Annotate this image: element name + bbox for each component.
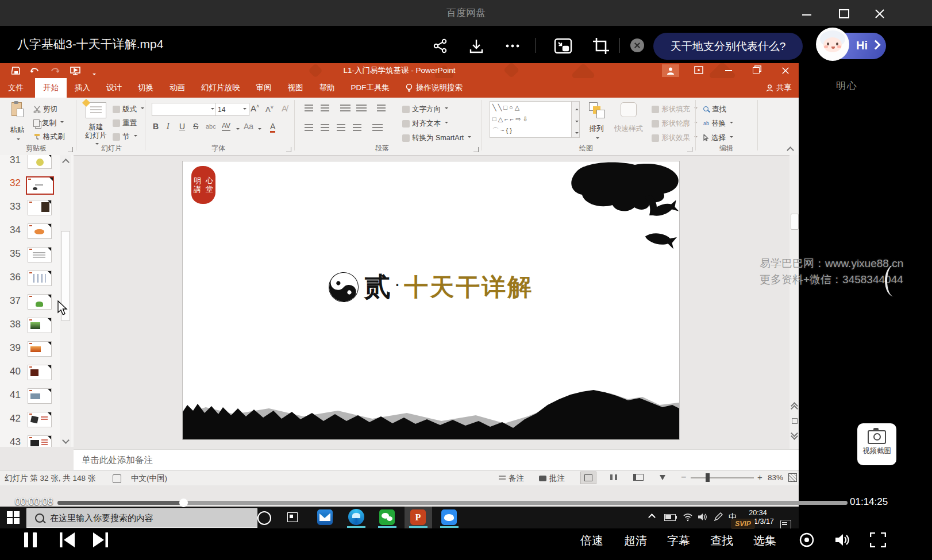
tab-view[interactable]: 视图 [280,78,311,98]
decrease-indent-icon[interactable] [340,105,351,111]
shape-effects-button[interactable]: 形状效果 [652,132,698,144]
paste-button[interactable] [8,102,25,125]
language-status[interactable]: 中文(中国) [131,473,167,484]
undo-icon[interactable] [30,66,40,75]
tab-help[interactable]: 帮助 [311,78,343,98]
tab-pdf-tools[interactable]: PDF工具集 [343,78,398,98]
tab-transitions[interactable]: 切换 [130,78,161,98]
close-button[interactable] [875,7,892,21]
quick-styles-button[interactable] [616,102,641,122]
grow-font-button[interactable]: A˄ [251,103,259,113]
smartart-button[interactable]: 转换为 SmartArt [402,132,471,144]
tab-file[interactable]: 文件 [0,78,32,98]
save-icon[interactable] [11,66,21,75]
subtitle-button[interactable]: 字幕 [667,533,690,549]
comments-toggle-button[interactable]: 批注 [539,473,565,484]
slide-canvas[interactable]: 明心 講堂 贰 · 十天干详解 [183,161,679,439]
arrange-button[interactable] [585,102,608,122]
battery-icon[interactable] [664,514,676,521]
tab-review[interactable]: 审阅 [248,78,280,98]
episode-list-button[interactable]: 选集 [753,533,776,549]
change-case-button[interactable]: Aa [244,122,253,131]
shape-gallery-scrollbar[interactable] [571,101,580,138]
slide-sorter-view-button[interactable] [606,472,621,483]
share-button[interactable]: 共享 [766,78,792,98]
char-spacing-button[interactable]: AV [222,122,230,131]
italic-button[interactable]: I [167,122,170,131]
ppt-restore-icon[interactable] [753,67,760,74]
slide-area-scrollbar[interactable] [789,155,799,449]
ppt-close-icon[interactable] [781,67,789,75]
pause-button[interactable] [24,532,37,547]
text-direction-button[interactable]: 文字方向 [402,103,448,115]
font-color-button[interactable]: A [270,122,275,133]
slide-nav-box-icon[interactable] [792,418,798,424]
justify-icon[interactable] [353,124,361,131]
task-view-icon[interactable] [287,512,298,522]
share-icon[interactable] [432,38,448,54]
align-left-icon[interactable] [305,124,313,131]
cut-button[interactable]: 剪切 [33,103,57,115]
wifi-icon[interactable] [683,512,693,522]
font-dialog-launcher[interactable] [286,147,291,152]
volume-tray-icon[interactable] [698,512,708,522]
shape-gallery[interactable]: ╲ ╲ □ ○ △□ △ ⌐ ⌐ ⇨ ⇩⌒ ~ { } [490,101,576,138]
tell-me-search[interactable]: 操作说明搜索 [398,78,471,98]
select-button[interactable]: 选择 [703,132,733,144]
reading-view-button[interactable] [631,472,646,483]
pen-tray-icon[interactable] [714,512,723,522]
related-search-pill[interactable]: 天干地支分别代表什么? [653,33,803,60]
dismiss-icon[interactable] [630,38,644,52]
notes-pane[interactable]: 单击此处添加备注 [74,449,799,470]
ribbon-options-icon[interactable] [694,66,703,74]
previous-episode-button[interactable] [59,532,76,547]
font-size-combo[interactable]: 14 [215,103,249,116]
cortana-icon[interactable] [257,511,271,525]
drawing-dialog-launcher[interactable] [687,147,692,152]
next-slide-icon[interactable] [792,431,797,439]
arrange-dropdown[interactable] [594,134,599,142]
accessibility-icon[interactable] [113,474,121,483]
edge-browser-icon[interactable] [348,509,364,525]
ppt-minimize-icon[interactable] [725,70,732,71]
notes-toggle-button[interactable]: 备注 [499,473,524,484]
tab-design[interactable]: 设计 [98,78,130,98]
bullets-icon[interactable] [305,105,313,111]
paste-dropdown-icon[interactable] [15,136,20,144]
scroll-down-icon[interactable] [63,438,68,443]
section-button[interactable]: 节 [113,131,137,142]
scroll-up-icon[interactable] [63,160,68,165]
format-painter-button[interactable]: 格式刷 [33,131,65,142]
font-name-combo[interactable] [152,103,217,116]
char-spacing-dropdown[interactable] [234,125,240,133]
columns-icon[interactable] [372,124,383,131]
zoom-in-button[interactable]: + [757,472,762,482]
align-center-icon[interactable] [321,124,329,131]
zoom-out-button[interactable]: − [681,472,686,482]
underline-button[interactable]: U [179,122,185,131]
increase-indent-icon[interactable] [356,105,367,111]
copy-button[interactable]: 复制 [33,117,64,129]
zoom-slider-thumb[interactable] [706,473,710,482]
normal-view-button[interactable] [580,472,596,484]
zoom-percent[interactable]: 83% [768,473,783,482]
line-spacing-icon[interactable] [377,105,386,111]
tab-slideshow[interactable]: 幻灯片放映 [193,78,248,98]
redo-icon[interactable] [49,66,60,75]
clear-formatting-button[interactable]: A̸ [282,103,287,113]
maximize-button[interactable] [839,7,856,21]
fullscreen-button[interactable] [870,532,886,547]
taskbar-search-box[interactable]: 在这里输入你要搜索的内容 [26,508,257,528]
change-case-dropdown[interactable] [256,125,261,133]
baidu-netdisk-app-icon[interactable] [441,509,457,525]
record-gif-button[interactable] [799,532,815,548]
slide-area-scrollbar-thumb[interactable] [791,214,799,230]
assistant-pill[interactable]: Hi [818,33,886,59]
wechat-app-icon[interactable] [379,509,395,525]
more-icon[interactable] [503,38,522,54]
action-center-icon[interactable] [780,520,791,528]
playback-speed-button[interactable]: 倍速 [580,533,603,549]
find-button[interactable]: 查找 [703,103,726,115]
paragraph-dialog-launcher[interactable] [473,147,479,152]
seekbar-handle[interactable] [179,499,188,507]
